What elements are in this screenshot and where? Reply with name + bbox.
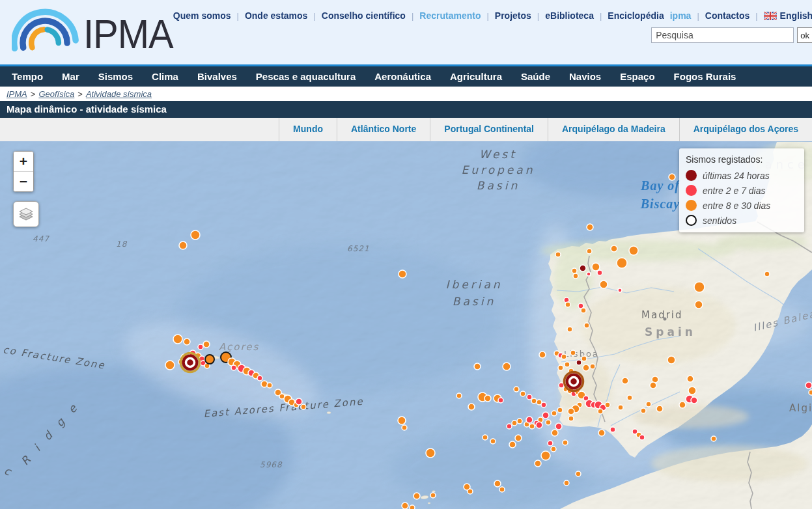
quake-dot[interactable] [583, 365, 589, 371]
quake-dot[interactable] [301, 404, 306, 409]
nav-item-bivalves[interactable]: Bivalves [197, 71, 237, 82]
breadcrumb-link-atividade-sismica[interactable]: Atividade sísmica [86, 89, 152, 99]
nav-item-fogos-rurais[interactable]: Fogos Rurais [674, 71, 736, 82]
quake-dot[interactable] [413, 493, 420, 499]
quake-dot[interactable] [561, 354, 567, 359]
quake-dot[interactable] [546, 420, 551, 425]
quake-dot[interactable] [173, 335, 182, 344]
quake-dot[interactable] [611, 245, 617, 252]
quake-dot[interactable] [570, 350, 576, 355]
quake-dot[interactable] [490, 439, 496, 444]
quake-dot[interactable] [581, 356, 587, 361]
tab-arquipelago-dos-acores[interactable]: Arquipélago dos Açores [679, 118, 812, 141]
quake-dot-felt[interactable] [205, 355, 214, 364]
quake-dot[interactable] [503, 363, 511, 370]
top-link-enciclopedia[interactable]: Enciclopédiaipma [608, 10, 691, 21]
quake-dot[interactable] [529, 424, 535, 429]
nav-item-pescas-e-aquacultura[interactable]: Pescas e aquacultura [256, 71, 356, 82]
nav-item-mar[interactable]: Mar [62, 71, 79, 82]
quake-dot[interactable] [498, 398, 503, 403]
quake-dot[interactable] [191, 230, 200, 240]
quake-dot[interactable] [203, 341, 210, 348]
quake-dot[interactable] [639, 435, 645, 440]
quake-dot[interactable] [580, 265, 586, 271]
quake-dot[interactable] [581, 308, 586, 313]
tab-portugal-continental[interactable]: Portugal Continental [430, 118, 548, 141]
quake-dot[interactable] [809, 390, 812, 395]
quake-dot[interactable] [627, 395, 632, 400]
top-link-quem-somos[interactable]: Quem somos [173, 10, 231, 21]
quake-dot[interactable] [687, 376, 693, 382]
quake-dot[interactable] [576, 471, 581, 476]
layers-button[interactable] [13, 201, 39, 227]
top-link-ebiblioteca[interactable]: eBiblioteca [545, 10, 594, 21]
search-input[interactable] [651, 27, 794, 43]
quake-dot[interactable] [764, 271, 770, 277]
quake-dot[interactable] [711, 436, 716, 441]
quake-dot[interactable] [600, 281, 608, 288]
quake-dot[interactable] [517, 419, 522, 424]
quake-dot[interactable] [494, 480, 501, 487]
quake-dot[interactable] [576, 360, 581, 365]
quake-dot[interactable] [559, 383, 564, 388]
quake-dot[interactable] [650, 382, 656, 389]
nav-item-aeronautica[interactable]: Aeronáutica [374, 71, 431, 82]
quake-dot[interactable] [617, 258, 627, 268]
quake-dot[interactable] [548, 441, 553, 446]
quake-dot[interactable] [536, 422, 542, 428]
quake-dot[interactable] [426, 448, 435, 458]
quake-dot[interactable] [410, 505, 415, 509]
quake-dot[interactable] [399, 270, 406, 278]
quake-dot[interactable] [555, 423, 562, 430]
quake-dot[interactable] [558, 365, 563, 370]
quake-dot[interactable] [605, 402, 610, 407]
quake-dot[interactable] [527, 394, 532, 400]
quake-dot[interactable] [541, 451, 550, 460]
quake-dot[interactable] [598, 409, 603, 414]
quake-dot[interactable] [296, 398, 302, 405]
quake-dot[interactable] [474, 363, 481, 370]
quake-dot[interactable] [430, 493, 436, 498]
quake-dot[interactable] [539, 351, 546, 358]
zoom-in-button[interactable]: + [14, 152, 33, 171]
quake-dot[interactable] [507, 424, 512, 429]
tab-arquipelago-da-madeira[interactable]: Arquipélago da Madeira [548, 118, 679, 141]
quake-dot[interactable] [552, 411, 557, 416]
top-link-english[interactable]: English [764, 10, 812, 21]
quake-dot[interactable] [598, 430, 605, 436]
quake-dot[interactable] [592, 263, 600, 271]
quake-dot[interactable] [646, 402, 651, 407]
nav-item-agricultura[interactable]: Agricultura [450, 71, 502, 82]
quake-dot[interactable] [622, 378, 628, 384]
quake-dot[interactable] [679, 402, 686, 408]
quake-dot[interactable] [688, 387, 696, 394]
quake-dot[interactable] [557, 407, 563, 413]
quake-dot[interactable] [629, 246, 638, 255]
quake-dot[interactable] [573, 273, 578, 279]
felt-quake-marker[interactable] [565, 372, 583, 391]
quake-dot[interactable] [555, 252, 561, 257]
seismic-map[interactable]: 4471865215968WestEuropeanBasinIberianBas… [0, 141, 812, 509]
top-link-conselho-cientifico[interactable]: Conselho científico [322, 10, 406, 21]
quake-dot[interactable] [656, 406, 663, 412]
quake-dot[interactable] [542, 412, 549, 419]
quake-dot[interactable] [398, 417, 406, 424]
quake-dot[interactable] [552, 430, 558, 436]
quake-dot[interactable] [567, 327, 572, 332]
quake-dot[interactable] [584, 323, 589, 328]
quake-dot[interactable] [456, 393, 462, 398]
quake-dot[interactable] [512, 420, 517, 426]
quake-dot[interactable] [568, 408, 574, 415]
quake-dot[interactable] [641, 408, 646, 413]
top-link-projetos[interactable]: Projetos [495, 10, 531, 21]
quake-dot[interactable] [587, 272, 591, 276]
quake-dot[interactable] [667, 356, 675, 364]
quake-dot[interactable] [514, 387, 519, 392]
nav-item-espaco[interactable]: Espaço [620, 71, 654, 82]
quake-dot[interactable] [267, 383, 272, 388]
tab-mundo[interactable]: Mundo [279, 118, 337, 141]
nav-item-saude[interactable]: Saúde [521, 71, 550, 82]
quake-dot[interactable] [526, 417, 533, 423]
quake-dot[interactable] [618, 288, 622, 292]
top-link-recrutamento[interactable]: Recrutamento [419, 10, 481, 21]
